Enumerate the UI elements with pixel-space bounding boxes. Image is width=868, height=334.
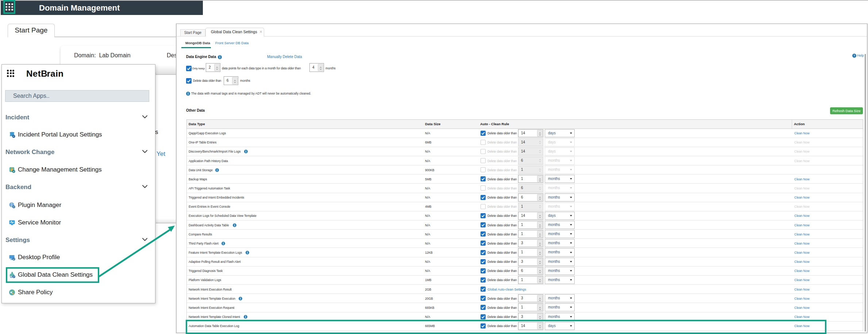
svg-text:?: ?: [853, 54, 855, 57]
